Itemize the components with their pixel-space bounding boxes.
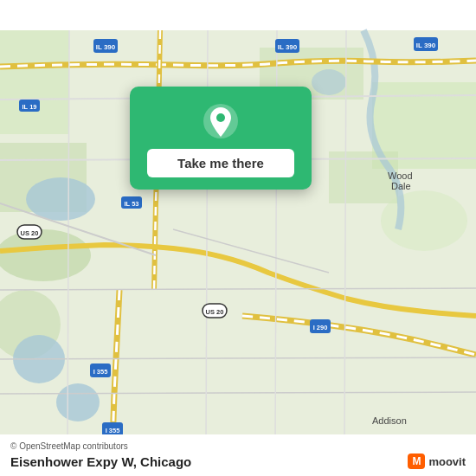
bottom-bar: © OpenStreetMap contributors Eisenhower … — [0, 434, 476, 476]
svg-text:US 20: US 20 — [206, 308, 224, 316]
moovit-text: moovit — [428, 455, 466, 468]
svg-text:I 290: I 290 — [313, 324, 328, 331]
location-pin-icon — [202, 102, 240, 140]
svg-text:Wood: Wood — [388, 170, 413, 181]
svg-text:US 20: US 20 — [21, 229, 39, 237]
svg-text:I 355: I 355 — [106, 427, 120, 434]
svg-text:IL 53: IL 53 — [125, 200, 139, 208]
location-label: Eisenhower Expy W, Chicago — [10, 454, 191, 469]
svg-text:IL 390: IL 390 — [416, 42, 436, 49]
map-container: IL 390 IL 390 IL 390 IL 19 IL 53 IL 53 U… — [0, 0, 476, 476]
take-me-there-button[interactable]: Take me there — [147, 149, 294, 177]
svg-point-3 — [0, 229, 91, 281]
svg-point-50 — [216, 113, 225, 122]
svg-point-9 — [26, 177, 95, 221]
svg-rect-1 — [0, 30, 69, 134]
svg-point-12 — [312, 69, 346, 95]
moovit-logo: M moovit — [408, 453, 466, 469]
svg-text:I 355: I 355 — [93, 368, 108, 376]
svg-point-11 — [56, 383, 100, 421]
svg-text:IL 19: IL 19 — [23, 103, 37, 111]
attribution: © OpenStreetMap contributors — [10, 441, 466, 451]
location-card: Take me there — [130, 87, 312, 190]
svg-text:IL 390: IL 390 — [278, 43, 298, 51]
svg-text:Dale: Dale — [391, 181, 411, 191]
svg-text:Addison: Addison — [372, 415, 407, 426]
svg-text:IL 390: IL 390 — [96, 43, 116, 51]
moovit-icon: M — [408, 453, 425, 469]
svg-point-8 — [381, 190, 467, 251]
